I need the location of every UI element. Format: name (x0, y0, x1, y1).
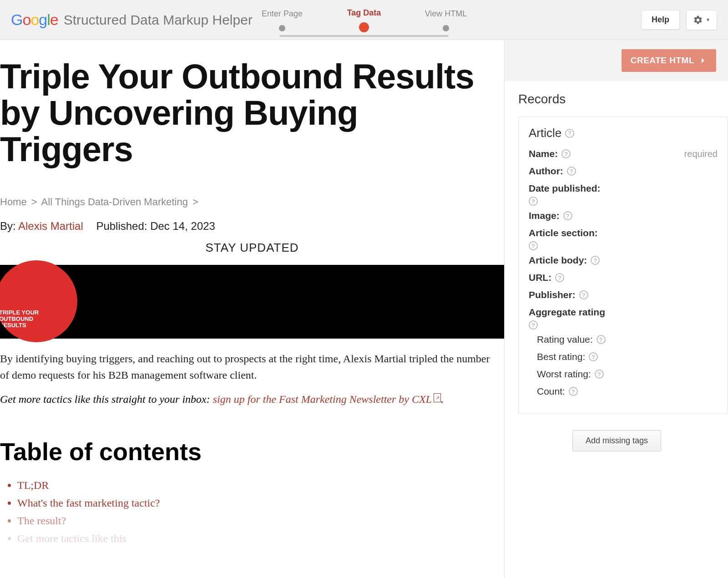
field-article-body[interactable]: Article body:? (529, 255, 718, 266)
published-date[interactable]: Dec 14, 2023 (150, 220, 215, 232)
help-icon[interactable]: ? (579, 290, 588, 299)
cta-link[interactable]: sign up for the Fast Marketing Newslette… (213, 393, 432, 405)
field-image[interactable]: Image:? (529, 210, 718, 221)
help-icon[interactable]: ? (555, 273, 564, 282)
cta-prefix: Get more tactics like this straight to y… (0, 393, 213, 405)
published-label: Published: (96, 220, 147, 232)
main: Triple Your Outbound Results by Uncoveri… (0, 40, 728, 578)
toc-heading[interactable]: Table of contents (0, 437, 504, 466)
help-icon[interactable]: ? (597, 335, 606, 344)
help-icon[interactable]: ? (529, 320, 538, 330)
toc-item: The result? (17, 515, 504, 527)
article-card: Article ? Name:? required Author:? Date … (518, 117, 728, 414)
field-worst-rating[interactable]: Worst rating:? (537, 369, 718, 380)
help-icon[interactable]: ? (529, 197, 538, 206)
step-view-html[interactable]: View HTML (405, 9, 487, 31)
help-icon[interactable]: ? (567, 167, 576, 176)
create-html-label: CREATE HTML (631, 56, 694, 66)
toc-list: TL;DR What's the fast marketing tactic? … (0, 479, 504, 545)
help-icon[interactable]: ? (595, 370, 604, 379)
product-name: Structured Data Markup Helper (64, 12, 253, 28)
hero-circle-text: TRIPLE YOUR OUTBOUND RESULTS (0, 309, 54, 329)
create-html-button[interactable]: CREATE HTML (622, 49, 716, 72)
step-label: Tag Data (347, 8, 381, 17)
toc-link[interactable]: The result? (17, 515, 66, 527)
toc-item: TL;DR (17, 479, 504, 492)
step-tag-data[interactable]: Tag Data (323, 8, 405, 32)
cta-suffix: . (441, 393, 444, 405)
field-rating-value[interactable]: Rating value:? (537, 334, 718, 345)
step-enter-page[interactable]: Enter Page (241, 9, 323, 31)
by-label: By: (0, 220, 16, 232)
field-url[interactable]: URL:? (529, 272, 718, 283)
toc-link[interactable]: TL;DR (17, 479, 49, 491)
gear-icon (693, 15, 703, 25)
records-panel: Records Article ? Name:? required Author… (505, 81, 728, 578)
page-preview[interactable]: Triple Your Outbound Results by Uncoveri… (0, 40, 504, 578)
stepper: Enter Page Tag Data View HTML (241, 8, 487, 32)
step-label: View HTML (425, 9, 467, 18)
add-missing-tags-button[interactable]: Add missing tags (572, 430, 661, 451)
sidebar: CREATE HTML Records Article ? Name:? req… (504, 40, 728, 578)
field-count[interactable]: Count:? (537, 386, 718, 397)
intro-paragraph[interactable]: By identifying buying triggers, and reac… (0, 350, 504, 383)
settings-button[interactable]: ▼ (686, 10, 717, 30)
breadcrumb-sep: > (31, 196, 37, 208)
breadcrumb-section[interactable]: All Things Data-Driven Marketing (41, 196, 188, 208)
field-best-rating[interactable]: Best rating:? (537, 351, 718, 362)
help-icon[interactable]: ? (529, 241, 538, 250)
help-button[interactable]: Help (641, 10, 680, 30)
field-author[interactable]: Author:? (529, 166, 718, 177)
help-icon[interactable]: ? (569, 387, 578, 396)
author-link[interactable]: Alexis Martial (18, 220, 83, 232)
sidebar-top: CREATE HTML (505, 40, 728, 81)
hero-circle: TRIPLE YOUR OUTBOUND RESULTS (0, 260, 77, 342)
toc-link[interactable]: What's the fast marketing tactic? (17, 497, 160, 509)
field-aggregate-rating[interactable]: Aggregate rating (529, 307, 718, 318)
field-date-published[interactable]: Date published: (529, 183, 718, 194)
chevron-down-icon: ▼ (706, 17, 710, 22)
help-icon[interactable]: ? (563, 211, 572, 220)
toc-link[interactable]: Get more tactics like this (17, 532, 126, 544)
records-heading: Records (518, 92, 728, 106)
article-title[interactable]: Triple Your Outbound Results by Uncoveri… (0, 58, 504, 167)
help-icon[interactable]: ? (561, 149, 571, 158)
step-dot (279, 25, 285, 31)
cta-line: Get more tactics like this straight to y… (0, 393, 504, 406)
required-label: required (684, 149, 718, 159)
stay-updated[interactable]: STAY UPDATED (0, 241, 504, 255)
chevron-right-icon (699, 56, 707, 65)
top-right-controls: Help ▼ (641, 10, 717, 30)
breadcrumb-sep: > (192, 196, 198, 208)
logo-block: Google Structured Data Markup Helper (11, 11, 253, 29)
toc-item: What's the fast marketing tactic? (17, 497, 504, 509)
top-bar: Google Structured Data Markup Helper Ent… (0, 0, 728, 40)
breadcrumb: Home > All Things Data-Driven Marketing … (0, 196, 504, 208)
field-article-section[interactable]: Article section: (529, 228, 718, 238)
hero-image[interactable]: TRIPLE YOUR OUTBOUND RESULTS (0, 265, 504, 339)
step-label: Enter Page (262, 9, 303, 18)
step-dot (359, 22, 369, 32)
help-icon[interactable]: ? (565, 129, 574, 138)
card-title-row: Article ? (529, 126, 718, 140)
byline: By: Alexis Martial Published: Dec 14, 20… (0, 220, 504, 233)
toc-item: Get more tactics like this (17, 532, 504, 545)
step-dot (443, 25, 449, 31)
breadcrumb-home[interactable]: Home (0, 196, 27, 208)
card-title: Article (529, 126, 561, 140)
help-icon[interactable]: ? (589, 352, 598, 361)
external-link-icon: ↗ (434, 393, 441, 402)
step-line (280, 35, 448, 37)
field-publisher[interactable]: Publisher:? (529, 289, 718, 300)
field-name[interactable]: Name:? required (529, 148, 718, 159)
google-logo: Google (11, 11, 58, 29)
help-icon[interactable]: ? (591, 256, 600, 265)
